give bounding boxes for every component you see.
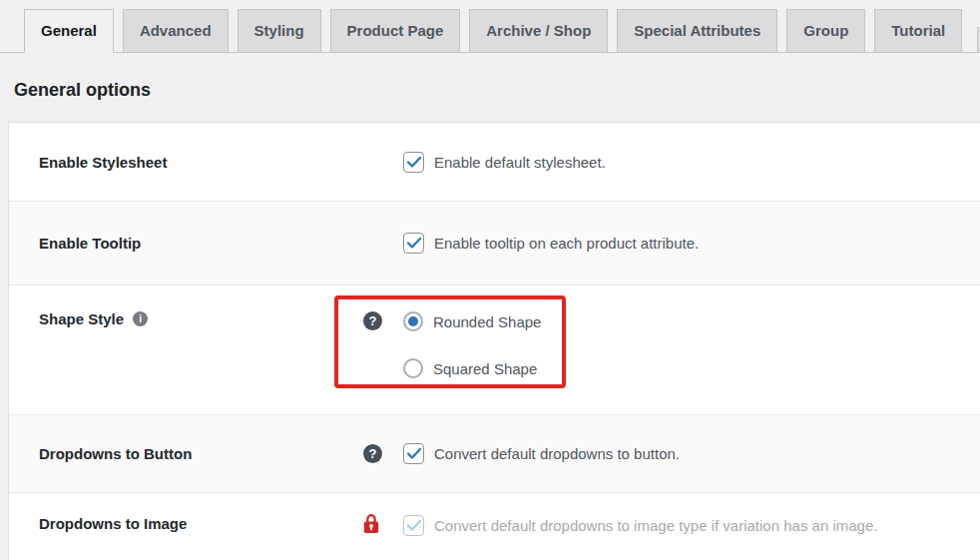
setting-row-shape-style: Shape Style i ? Rounded Shape Squared Sh… xyxy=(9,284,980,414)
help-question-icon[interactable]: ? xyxy=(363,311,382,330)
tab-advanced[interactable]: Advanced xyxy=(123,9,229,52)
tab-styling[interactable]: Styling xyxy=(238,9,321,52)
tab-tutorial[interactable]: Tutorial xyxy=(874,9,962,52)
lock-icon xyxy=(363,513,379,534)
checkmark-icon xyxy=(407,238,421,249)
radio-label[interactable]: Rounded Shape xyxy=(433,313,541,330)
enable-tooltip-checkbox[interactable] xyxy=(403,233,424,254)
tab-archive-shop[interactable]: Archive / Shop xyxy=(469,9,608,52)
icon-slot: ? xyxy=(363,444,403,463)
checkmark-icon xyxy=(407,157,421,168)
setting-value: Enable tooltip on each product attribute… xyxy=(403,233,699,254)
enable-stylesheet-checkbox[interactable] xyxy=(403,152,424,173)
tab-group[interactable]: Group xyxy=(786,9,865,52)
setting-label-text: Dropdowns to Image xyxy=(39,515,187,532)
radio-dot xyxy=(408,316,418,326)
checkmark-icon xyxy=(407,448,421,459)
general-options-table: Enable Stylesheet Enable default stylesh… xyxy=(8,122,980,560)
checkbox-label: Convert default dropdowns to image type … xyxy=(434,517,877,534)
tab-general[interactable]: General xyxy=(24,9,114,53)
setting-label: Dropdowns to Button xyxy=(39,445,363,462)
icon-slot xyxy=(363,515,403,534)
rounded-shape-radio[interactable] xyxy=(403,311,423,331)
setting-label: Enable Tooltip xyxy=(39,235,363,252)
setting-value: Convert default dropdowns to button. xyxy=(403,443,680,464)
setting-value: Enable default stylesheet. xyxy=(403,152,606,173)
setting-label: Enable Stylesheet xyxy=(39,154,363,171)
setting-value: Convert default dropdowns to image type … xyxy=(403,515,877,536)
checkbox-label[interactable]: Convert default dropdowns to button. xyxy=(434,445,680,462)
setting-label-text: Shape Style xyxy=(39,310,124,327)
info-icon[interactable]: i xyxy=(133,311,148,326)
setting-label-text: Enable Stylesheet xyxy=(39,154,167,171)
page-title: General options xyxy=(14,77,980,103)
radio-option-rounded-shape[interactable]: Rounded Shape xyxy=(403,307,541,335)
checkbox-label[interactable]: Enable default stylesheet. xyxy=(434,154,606,171)
setting-label: Shape Style i xyxy=(39,310,363,327)
settings-tab-bar: General Advanced Styling Product Page Ar… xyxy=(0,0,980,53)
tab-product-page[interactable]: Product Page xyxy=(330,9,461,52)
setting-row-dropdowns-to-button: Dropdowns to Button ? Convert default dr… xyxy=(9,414,980,492)
icon-slot: ? xyxy=(363,311,403,330)
setting-label-text: Dropdowns to Button xyxy=(39,445,192,462)
setting-row-enable-tooltip: Enable Tooltip Enable tooltip on each pr… xyxy=(9,201,980,284)
setting-label-text: Enable Tooltip xyxy=(39,235,141,252)
setting-label: Dropdowns to Image xyxy=(39,515,363,532)
shape-style-radio-group: Rounded Shape Squared Shape xyxy=(403,307,541,382)
tab-special-attributes[interactable]: Special Attributes xyxy=(617,9,777,52)
setting-row-dropdowns-to-image: Dropdowns to Image Convert default dropd… xyxy=(9,492,980,560)
help-question-icon[interactable]: ? xyxy=(363,444,382,463)
dropdowns-to-image-checkbox xyxy=(403,515,424,536)
squared-shape-radio[interactable] xyxy=(403,358,423,378)
radio-label[interactable]: Squared Shape xyxy=(433,360,537,377)
dropdowns-to-button-checkbox[interactable] xyxy=(403,443,424,464)
radio-option-squared-shape[interactable]: Squared Shape xyxy=(403,354,541,382)
setting-row-enable-stylesheet: Enable Stylesheet Enable default stylesh… xyxy=(9,123,980,201)
setting-value: Rounded Shape Squared Shape xyxy=(403,307,541,382)
checkmark-icon xyxy=(407,520,421,531)
checkbox-label[interactable]: Enable tooltip on each product attribute… xyxy=(434,235,699,252)
